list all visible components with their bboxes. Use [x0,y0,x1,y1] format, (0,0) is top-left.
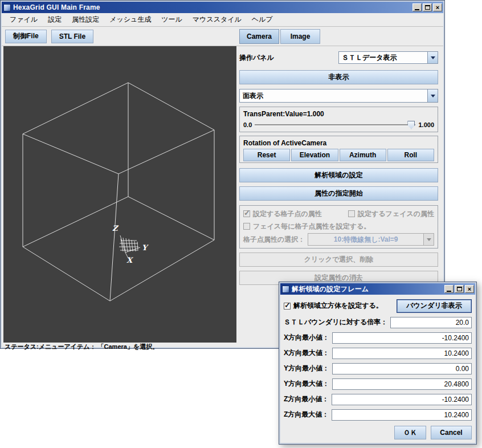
azimuth-button[interactable]: Azimuth [340,149,386,161]
grid-attr-combobox: 10:特徴線無し:Val=9 [308,233,434,246]
minimize-button[interactable] [412,3,422,11]
view-tabs: Camera Image [239,29,320,44]
grid-attr-select-label: 格子点属性の選択： [243,235,305,245]
z-min-field[interactable] [332,394,472,405]
grid-attr-value: 10:特徴線無し:Val=9 [308,234,423,245]
menu-tools[interactable]: ツール [157,13,187,26]
z-min-label: Z方向最小値： [284,394,329,404]
toolbar: 制御File STL File Camera Image [2,27,443,46]
menu-mouse-style[interactable]: マウススタイル [188,13,246,26]
dialog-maximize-button[interactable] [455,285,464,293]
dialog-close-button[interactable]: × [465,285,474,293]
grid-point-attr-checkbox [243,210,250,217]
analysis-cube-checkbox[interactable] [284,303,291,309]
reset-button[interactable]: Reset [243,149,290,161]
z-max-field[interactable] [332,409,472,421]
elevation-button[interactable]: Elevation [291,149,338,161]
axis-y-label: Y [142,243,149,252]
panel-title: 操作パネル [239,53,338,63]
stl-file-button[interactable]: STL File [51,30,93,43]
attribute-group: 設定する格子点の属性 設定するフェイスの属性 フェイス毎に格子点属性を設定する。… [239,205,438,249]
scale-factor-field[interactable] [390,317,472,328]
scale-factor-label: ＳＴＬバウンダリに対する倍率： [284,317,387,327]
main-titlebar[interactable]: HexaGrid GUI Main Frame × [2,2,443,13]
3d-viewport[interactable]: Z Y X [3,46,236,343]
grid-point-attr-label: 設定する格子点の属性 [253,209,322,219]
x-min-label: X方向最小値： [284,333,329,343]
menu-file[interactable]: ファイル [5,13,42,26]
face-display-value: 面表示 [240,89,427,102]
status-text: ステータス:メニューアイテム： 「Camera」を選択。 [5,343,158,351]
transparent-label: TransParent:Value=1.000 [243,108,434,119]
x-max-field[interactable] [332,348,472,359]
rotation-panel: Rotation of ActiveCamera Reset Elevation… [239,136,438,163]
per-face-checkbox [243,223,250,230]
menubar: ファイル 設定 属性設定 メッシュ生成 ツール マウススタイル ヘルプ [2,13,443,27]
face-display-combobox[interactable]: 面表示 [239,89,438,103]
x-max-label: X方向最大値： [284,348,329,358]
face-attr-checkbox [348,210,355,217]
transparency-slider[interactable] [255,124,415,126]
y-max-field[interactable] [332,378,472,390]
stl-object [119,235,140,258]
rotation-label: Rotation of ActiveCamera [243,137,434,148]
wireframe-cube: Z Y X [3,46,236,343]
z-max-label: Z方向最大値： [284,410,329,420]
dialog-minimize-button[interactable] [444,285,454,293]
slider-max-label: 1.000 [418,121,434,128]
boundary-hide-button[interactable]: バウンダリ非表示 [397,299,472,313]
y-min-label: Y方向最小値： [284,364,329,373]
y-min-field[interactable] [332,363,472,374]
hide-button[interactable]: 非表示 [239,70,438,84]
chevron-down-icon[interactable] [427,89,438,102]
display-mode-value: ＳＴＬデータ表示 [339,52,427,63]
chevron-down-icon[interactable] [427,52,438,63]
dialog-icon [282,286,289,293]
click-select-button: クリックで選択、削除 [239,252,438,267]
roll-button[interactable]: Roll [387,149,434,161]
maximize-button[interactable] [423,3,432,11]
app-icon [3,4,11,11]
tab-camera[interactable]: Camera [239,29,279,44]
slider-min-label: 0.0 [243,121,252,128]
display-mode-combobox[interactable]: ＳＴＬデータ表示 [338,51,438,64]
analysis-cube-label: 解析領域立方体を設定する。 [293,301,383,311]
axis-x-label: X [126,256,133,264]
analysis-region-dialog: 解析領域の設定フレーム × 解析領域立方体を設定する。 バウンダリ非表示 ＳＴＬ… [279,282,477,445]
attribute-start-button[interactable]: 属性の指定開始 [239,186,438,201]
slider-thumb[interactable] [407,121,415,129]
ok-button[interactable]: ＯＫ [394,426,426,439]
menu-attribute-settings[interactable]: 属性設定 [67,13,104,26]
x-min-field[interactable] [332,332,472,344]
analysis-region-button[interactable]: 解析領域の設定 [239,168,438,182]
dialog-titlebar[interactable]: 解析領域の設定フレーム × [280,283,475,295]
dialog-title: 解析領域の設定フレーム [292,284,442,294]
window-title: HexaGrid GUI Main Frame [13,3,410,11]
menu-settings[interactable]: 設定 [43,13,66,26]
menu-mesh-generation[interactable]: メッシュ生成 [105,13,156,26]
control-file-button[interactable]: 制御File [5,30,47,43]
tab-image[interactable]: Image [280,29,320,44]
axis-z-label: Z [112,224,119,233]
face-attr-label: 設定するフェイスの属性 [358,209,434,219]
chevron-down-icon [423,234,434,245]
close-button[interactable]: × [433,3,442,11]
y-max-label: Y方向最大値： [284,379,329,389]
per-face-label: フェイス毎に格子点属性を設定する。 [253,222,370,231]
cancel-button[interactable]: Cancel [431,426,472,439]
transparent-panel: TransParent:Value=1.000 0.0 1.000 [239,107,438,132]
menu-help[interactable]: ヘルプ [247,13,277,26]
